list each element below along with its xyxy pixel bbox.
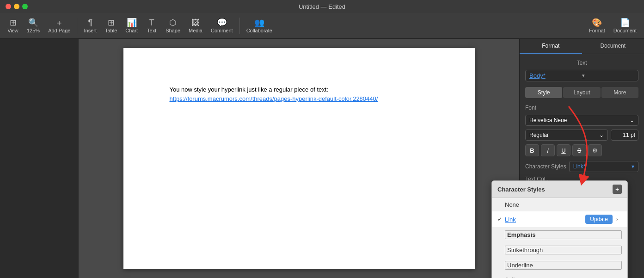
style-dropdown[interactable]: Body* ▾: [525, 70, 638, 81]
shape-icon: ⬡: [169, 19, 177, 27]
format-button[interactable]: 🎨 Format: [585, 17, 609, 35]
font-select-row: Helvetica Neue ⌄: [525, 115, 638, 126]
item-label-link: Link: [505, 216, 585, 223]
sub-tab-layout[interactable]: Layout: [563, 87, 600, 98]
shape-label: Shape: [166, 28, 180, 33]
char-styles-label: Character Styles: [525, 163, 566, 170]
char-styles-select[interactable]: Link* ▾: [569, 161, 638, 172]
update-button[interactable]: Update: [585, 215, 613, 224]
collaborate-button[interactable]: 👥 Collaborate: [243, 17, 276, 35]
font-name-select[interactable]: Helvetica Neue ⌄: [525, 115, 638, 126]
view-icon: ⊞: [10, 19, 17, 27]
font-name-value: Helvetica Neue: [529, 117, 567, 124]
font-size-input[interactable]: 11 pt: [611, 130, 638, 141]
more-styles-button[interactable]: ⚙: [588, 144, 602, 156]
item-label-underline: Underline: [505, 261, 622, 270]
style-buttons-row: B I U S ⚙: [525, 144, 638, 156]
font-style-select[interactable]: Regular ⌄: [525, 130, 608, 141]
font-style-value: Regular: [529, 132, 549, 138]
item-label-none: None: [505, 201, 622, 208]
text-icon: T: [149, 19, 154, 27]
underline-button[interactable]: U: [557, 144, 570, 156]
italic-button[interactable]: I: [541, 144, 555, 156]
popup-item-link[interactable]: ✓ Link Update ›: [492, 211, 627, 227]
traffic-lights[interactable]: [6, 4, 28, 9]
sub-tab-more[interactable]: More: [601, 87, 638, 98]
add-style-button[interactable]: +: [613, 185, 622, 194]
char-styles-row: Character Styles Link* ▾: [525, 161, 638, 172]
document-button[interactable]: 📄 Document: [610, 17, 640, 35]
toolbar: ⊞ View 🔍 125% ＋ Add Page ¶ Insert ⊞ Tabl…: [0, 13, 644, 39]
text-button[interactable]: T Text: [142, 17, 161, 35]
format-icon: 🎨: [592, 19, 602, 27]
tab-format[interactable]: Format: [520, 39, 582, 54]
media-label: Media: [189, 28, 202, 33]
gear-icon: ⚙: [592, 147, 598, 154]
chevron-down-icon: ⌄: [599, 132, 604, 138]
document-icon: 📄: [620, 19, 630, 27]
popup-title: Character Styles: [497, 186, 545, 193]
left-sidebar: [0, 39, 79, 278]
char-styles-popup: Character Styles + None ✓ Link Update › …: [491, 180, 628, 278]
view-button[interactable]: ⊞ View: [4, 17, 22, 35]
toolbar-right: 🎨 Format 📄 Document: [585, 17, 640, 35]
underline-icon: U: [561, 147, 565, 154]
table-label: Table: [105, 28, 117, 33]
document-page: You now style your hyperlink just like a…: [123, 48, 475, 269]
shape-button[interactable]: ⬡ Shape: [162, 17, 184, 35]
popup-item-strikethrough[interactable]: Strikethrough: [492, 242, 627, 258]
format-label: Format: [589, 28, 605, 33]
window-title: Untitled — Edited: [299, 3, 345, 10]
canvas-area: You now style your hyperlink just like a…: [79, 39, 519, 278]
item-label-strikethrough: Strikethrough: [505, 246, 622, 254]
close-button[interactable]: [6, 4, 11, 9]
comment-label: Comment: [211, 28, 233, 33]
zoom-label: 125%: [27, 28, 40, 33]
italic-icon: I: [547, 147, 549, 154]
table-button[interactable]: ⊞ Table: [101, 17, 121, 35]
popup-item-underline[interactable]: Underline: [492, 258, 627, 273]
doc-text-before: You now style your hyperlink just like a…: [170, 86, 328, 93]
comment-icon: 💬: [217, 19, 227, 27]
add-page-label: Add Page: [48, 28, 70, 33]
chevron-down-icon: ▾: [632, 163, 634, 170]
strikethrough-button[interactable]: S: [572, 144, 586, 156]
chevron-down-icon: ⌄: [630, 117, 634, 124]
zoom-button[interactable]: 🔍 125%: [23, 17, 43, 35]
bold-icon: B: [530, 147, 534, 154]
insert-button[interactable]: ¶ Insert: [80, 17, 100, 35]
text-label: Text: [147, 28, 156, 33]
chart-label: Chart: [125, 28, 138, 33]
table-icon: ⊞: [108, 19, 115, 27]
panel-tabs: Format Document: [520, 39, 644, 54]
collaborate-label: Collaborate: [246, 28, 272, 33]
check-icon: ✓: [497, 216, 505, 222]
popup-header: Character Styles +: [492, 181, 627, 198]
strikethrough-icon: S: [577, 147, 582, 154]
item-label-italic: Italic: [505, 276, 622, 278]
document-label: Document: [613, 28, 637, 33]
tab-document[interactable]: Document: [582, 39, 644, 54]
media-button[interactable]: 🖼 Media: [185, 17, 206, 35]
title-bar: Untitled — Edited: [0, 0, 644, 13]
popup-item-italic[interactable]: Italic: [492, 273, 627, 278]
popup-item-emphasis[interactable]: Emphasis: [492, 227, 627, 242]
style-dropdown-value: Body*: [529, 72, 582, 79]
bold-button[interactable]: B: [525, 144, 539, 156]
sub-tab-style[interactable]: Style: [525, 87, 562, 98]
arrow-right-icon[interactable]: ›: [613, 215, 622, 224]
zoom-icon: 🔍: [28, 19, 38, 27]
comment-button[interactable]: 💬 Comment: [207, 17, 237, 35]
sub-tabs: Style Layout More: [525, 87, 638, 98]
chart-button[interactable]: 📊 Chart: [122, 17, 141, 35]
minimize-button[interactable]: [14, 4, 19, 9]
fullscreen-button[interactable]: [22, 4, 28, 9]
toolbar-separator-2: [239, 18, 240, 34]
plus-icon: +: [615, 185, 619, 193]
add-page-icon: ＋: [55, 19, 63, 27]
add-page-button[interactable]: ＋ Add Page: [44, 17, 74, 35]
popup-item-none[interactable]: None: [492, 198, 627, 211]
insert-icon: ¶: [88, 19, 92, 27]
doc-link[interactable]: https://forums.macrumors.com/threads/pag…: [170, 95, 378, 102]
view-label: View: [7, 28, 18, 33]
